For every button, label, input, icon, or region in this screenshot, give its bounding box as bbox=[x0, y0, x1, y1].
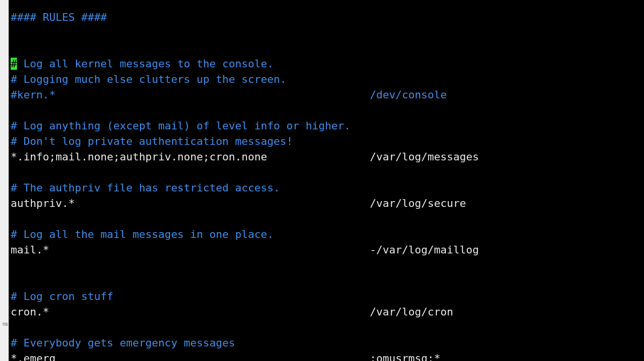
side-strip: ns bbox=[0, 0, 9, 361]
comment-text: #### RULES #### bbox=[11, 11, 107, 23]
editor-line: # Don't log private authentication messa… bbox=[11, 134, 642, 149]
editor-line bbox=[11, 211, 642, 227]
editor-line: # Log all kernel messages to the console… bbox=[11, 56, 642, 72]
editor-line: cron.* /var/log/cron bbox=[11, 304, 642, 320]
editor-line: mail.* -/var/log/maillog bbox=[11, 242, 642, 258]
editor-line: authpriv.* /var/log/secure bbox=[11, 196, 642, 211]
terminal-text-area[interactable]: #### RULES #### # Log all kernel message… bbox=[9, 0, 644, 361]
code-text: authpriv.* /var/log/secure bbox=[11, 197, 466, 209]
comment-text: # Log anything (except mail) of level in… bbox=[11, 120, 351, 132]
editor-line: # Log all the mail messages in one place… bbox=[11, 227, 642, 242]
editor-line bbox=[11, 258, 642, 273]
code-text: mail.* -/var/log/maillog bbox=[11, 244, 479, 256]
comment-text: Log all kernel messages to the console. bbox=[17, 58, 274, 70]
editor-line bbox=[11, 25, 642, 41]
editor-line: # The authpriv file has restricted acces… bbox=[11, 180, 642, 196]
comment-text: # The authpriv file has restricted acces… bbox=[11, 182, 280, 194]
editor-window: ns #### RULES #### # Log all kernel mess… bbox=[0, 0, 644, 361]
cursor-highlight: # bbox=[11, 58, 17, 70]
code-text: *.emerg :omusrmsg:* bbox=[11, 352, 440, 361]
editor-line: *.emerg :omusrmsg:* bbox=[11, 351, 642, 361]
editor-line: # Everybody gets emergency messages bbox=[11, 335, 642, 351]
comment-text: # Log cron stuff bbox=[11, 290, 113, 302]
editor-line bbox=[11, 103, 642, 118]
comment-text: # Everybody gets emergency messages bbox=[11, 337, 235, 349]
comment-text: # Log all the mail messages in one place… bbox=[11, 228, 274, 240]
editor-line bbox=[11, 320, 642, 335]
comment-text: # Don't log private authentication messa… bbox=[11, 135, 293, 147]
editor-line: *.info;mail.none;authpriv.none;cron.none… bbox=[11, 149, 642, 165]
comment-text: # Logging much else clutters up the scre… bbox=[11, 73, 287, 85]
editor-line: #### RULES #### bbox=[11, 10, 642, 25]
editor-line bbox=[11, 273, 642, 289]
editor-line: # Logging much else clutters up the scre… bbox=[11, 72, 642, 87]
editor-line bbox=[11, 41, 642, 56]
comment-text: #kern.* /dev/console bbox=[11, 89, 447, 101]
editor-line bbox=[11, 165, 642, 180]
editor-line: # Log anything (except mail) of level in… bbox=[11, 118, 642, 134]
side-strip-fragment: ns bbox=[2, 322, 8, 327]
code-text: cron.* /var/log/cron bbox=[11, 306, 453, 318]
editor-line: #kern.* /dev/console bbox=[11, 87, 642, 103]
editor-line: # Log cron stuff bbox=[11, 289, 642, 304]
code-text: *.info;mail.none;authpriv.none;cron.none… bbox=[11, 151, 479, 163]
